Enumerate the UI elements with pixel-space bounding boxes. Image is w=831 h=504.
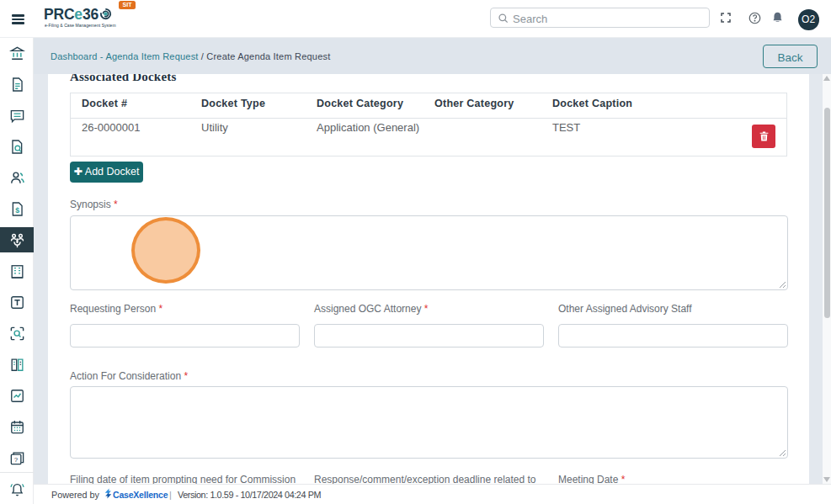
svg-text:?: ?: [13, 455, 18, 463]
svg-text:$: $: [15, 205, 19, 214]
